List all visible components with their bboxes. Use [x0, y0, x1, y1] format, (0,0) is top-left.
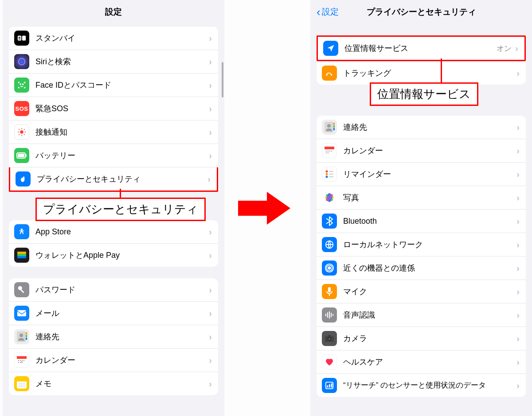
chevron-icon: › [516, 263, 520, 273]
row-appstore[interactable]: App Store › [9, 220, 218, 243]
chevron-left-icon: ‹ [317, 6, 321, 18]
row-microphone[interactable]: マイク › [317, 280, 526, 303]
svg-line-16 [24, 129, 25, 130]
chevron-icon: › [516, 68, 520, 78]
settings-screen: 設定 スタンバイ › Siriと検索 › F [3, 0, 224, 416]
row-label: 緊急SOS [35, 103, 209, 114]
callout-connector [120, 189, 121, 198]
row-calendar[interactable]: · カレンダー › [9, 348, 218, 372]
mail-icon [14, 306, 29, 321]
reminders-icon [322, 167, 337, 182]
chevron-icon: › [209, 250, 212, 260]
row-notes[interactable]: メモ › [9, 372, 218, 395]
row-tracking[interactable]: トラッキング › [317, 61, 526, 85]
row-bluetooth[interactable]: Bluetooth › [317, 209, 526, 233]
row-privacy[interactable]: プライバシーとセキュリティ › [9, 167, 218, 192]
row-label: Bluetooth [343, 217, 516, 226]
svg-rect-1 [22, 36, 26, 41]
chevron-icon: › [209, 80, 212, 90]
svg-rect-84 [332, 314, 333, 316]
calendar-icon: · [14, 353, 29, 368]
row-calendar[interactable]: カレンダー › [317, 139, 526, 162]
svg-rect-36 [22, 360, 23, 361]
settings-content: スタンバイ › Siriと検索 › Face IDとパスコード › SOS 緊急… [3, 24, 224, 416]
svg-point-75 [328, 267, 331, 269]
row-label: バッテリー [35, 150, 209, 161]
privacy-group-1: 位置情報サービス オン › トラッキング › 位置情報サービス [317, 35, 526, 85]
row-location-services[interactable]: 位置情報サービス オン › [317, 35, 526, 61]
svg-rect-53 [333, 128, 335, 130]
row-passwords[interactable]: パスワード › [9, 278, 218, 301]
back-label: 設定 [322, 6, 339, 18]
privacy-content: 位置情報サービス オン › トラッキング › 位置情報サービス 連絡先 › [310, 24, 532, 416]
callout-connector [441, 58, 442, 83]
contacts-icon [14, 329, 29, 344]
row-label: プライバシーとセキュリティ [37, 174, 207, 184]
chevron-icon: › [209, 33, 212, 43]
svg-line-14 [24, 134, 25, 135]
row-label: 位置情報サービス [344, 43, 497, 54]
row-mail[interactable]: メール › [9, 301, 218, 325]
row-label: ローカルネットワーク [343, 239, 516, 250]
chevron-icon: › [209, 308, 212, 319]
chevron-icon: › [209, 355, 212, 365]
chevron-icon: › [516, 310, 520, 320]
page-title: 設定 [105, 6, 122, 18]
svg-rect-58 [329, 151, 330, 152]
row-label: ウォレットとApple Pay [35, 250, 209, 260]
row-local-network[interactable]: ローカルネットワーク › [317, 233, 526, 256]
svg-rect-52 [333, 125, 335, 128]
row-research[interactable]: “リサーチ” のセンサーと使用状況のデータ › [317, 373, 526, 397]
svg-rect-37 [23, 360, 24, 361]
row-standby[interactable]: スタンバイ › [9, 27, 218, 50]
settings-group-1: スタンバイ › Siriと検索 › Face IDとパスコード › SOS 緊急… [9, 27, 218, 192]
row-camera[interactable]: カメラ › [317, 327, 526, 350]
row-health[interactable]: ヘルスケア › [317, 350, 526, 373]
bluetooth-icon [322, 214, 337, 229]
row-label: トラッキング [343, 68, 516, 78]
svg-line-15 [19, 134, 20, 135]
row-nearby[interactable]: 近くの機器との連係 › [317, 256, 526, 280]
chevron-icon: › [516, 216, 520, 226]
row-reminders[interactable]: リマインダー › [317, 162, 526, 186]
row-wallet[interactable]: ウォレットとApple Pay › [9, 243, 218, 267]
chevron-icon: › [209, 379, 212, 389]
calendar-icon [322, 143, 337, 158]
row-label: 写真 [343, 192, 516, 203]
row-label: カメラ [343, 333, 516, 344]
row-contacts[interactable]: 連絡先 › [317, 116, 526, 139]
svg-rect-80 [325, 314, 326, 316]
svg-point-62 [326, 171, 328, 173]
chevron-icon: › [516, 122, 520, 132]
chevron-icon: › [516, 381, 520, 391]
privacy-screen: ‹ 設定 プライバシーとセキュリティ 位置情報サービス オン › トラッキング … [310, 0, 532, 416]
chevron-icon: › [516, 169, 520, 179]
svg-point-5 [20, 60, 23, 63]
row-siri[interactable]: Siriと検索 › [9, 50, 218, 73]
row-contacts[interactable]: 連絡先 › [9, 325, 218, 348]
svg-rect-65 [329, 171, 333, 172]
chevron-icon: › [516, 146, 520, 156]
row-exposure[interactable]: 接触通知 › [9, 120, 218, 144]
row-battery[interactable]: バッテリー › [9, 144, 218, 167]
chevron-icon: › [207, 174, 211, 184]
svg-point-63 [326, 173, 328, 175]
row-speech[interactable]: 音声認識 › [317, 303, 526, 327]
chevron-icon: › [209, 332, 212, 342]
camera-icon [322, 331, 337, 346]
row-photos[interactable]: 写真 › [317, 186, 526, 209]
chevron-icon: › [515, 43, 518, 54]
settings-group-2: App Store › ウォレットとApple Pay › [9, 220, 218, 267]
arrow-divider [224, 0, 305, 416]
row-sos[interactable]: SOS 緊急SOS › [9, 97, 218, 120]
row-label: 接触通知 [35, 127, 209, 137]
svg-rect-28 [26, 332, 27, 334]
row-label: 連絡先 [343, 122, 516, 132]
nav-bar: ‹ 設定 プライバシーとセキュリティ [310, 0, 532, 24]
page-title: プライバシーとセキュリティ [367, 6, 476, 18]
back-button[interactable]: ‹ 設定 [317, 6, 339, 18]
nav-bar: 設定 [3, 0, 224, 24]
svg-rect-90 [329, 384, 330, 387]
row-faceid[interactable]: Face IDとパスコード › [9, 73, 218, 97]
svg-point-64 [326, 176, 328, 178]
